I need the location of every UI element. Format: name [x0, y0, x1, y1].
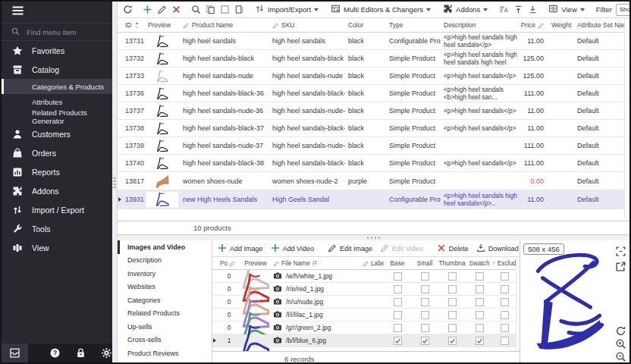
sidebar-item-customers[interactable]: Customers — [2, 124, 112, 143]
column-header-exclude[interactable]: Exclude — [493, 259, 516, 267]
swatch-checkbox[interactable] — [476, 272, 484, 281]
base-checkbox[interactable] — [394, 272, 402, 281]
column-header-weight[interactable]: Weight — [548, 21, 574, 29]
help-icon[interactable]: ? — [49, 347, 61, 359]
column-header-file-name[interactable]: File Name — [273, 259, 363, 267]
open-external-icon[interactable] — [615, 261, 626, 272]
sidebar-item-reports[interactable]: Reports — [2, 162, 112, 181]
column-header-preview[interactable]: Preview — [145, 21, 180, 29]
thumbnail-checkbox[interactable] — [448, 272, 457, 281]
product-row[interactable]: 13736high heel sandals-black-36high heel… — [118, 85, 624, 102]
sidebar-item-favorites[interactable]: Favorites — [2, 41, 112, 60]
small-checkbox[interactable] — [421, 272, 429, 281]
exclude-checkbox[interactable] — [501, 324, 509, 332]
tab-description[interactable]: Description — [118, 254, 212, 268]
fit-screen-icon[interactable] — [615, 246, 626, 257]
sidebar-subitem-attributes[interactable]: Attributes — [2, 94, 112, 109]
small-checkbox[interactable] — [421, 298, 429, 306]
tab-up-sells[interactable]: Up-sells — [118, 320, 212, 334]
sidebar-item-tools[interactable]: Tools — [2, 219, 112, 238]
base-checkbox[interactable] — [394, 324, 402, 332]
column-header-label[interactable]: Label — [363, 259, 384, 267]
sidebar-subitem-categories-products[interactable]: Categories & Products — [2, 79, 112, 94]
base-checkbox[interactable] — [394, 285, 402, 293]
column-header-small[interactable]: Small — [411, 259, 438, 267]
swatch-checkbox[interactable] — [476, 298, 484, 306]
base-checkbox[interactable] — [394, 311, 402, 319]
lock-icon[interactable] — [75, 347, 86, 359]
addons-dropdown[interactable]: Addons — [440, 3, 491, 17]
rotate-icon[interactable] — [615, 325, 626, 337]
product-row[interactable]: 13732high heel sandals-blackhigh heel sa… — [118, 50, 624, 67]
horizontal-splitter[interactable] — [118, 235, 629, 240]
column-header-product-name[interactable]: Product Name — [180, 21, 269, 29]
small-checkbox[interactable] — [421, 324, 429, 332]
swatch-checkbox[interactable] — [476, 337, 484, 345]
sidebar-item-orders[interactable]: Orders — [2, 143, 112, 162]
delete-button[interactable]: Delete — [434, 242, 472, 256]
product-row[interactable]: 13740high heel sandals-black-38high heel… — [118, 155, 624, 172]
product-row[interactable]: 13731high heel sandalshigh heel sandalsb… — [118, 33, 624, 50]
exclude-checkbox[interactable] — [501, 272, 509, 281]
sidebar-subitem-related-products-generator[interactable]: Related Products Generator — [2, 109, 112, 124]
column-header-thumbna[interactable]: Thumbna — [438, 259, 466, 267]
swatch-checkbox[interactable] — [476, 285, 484, 293]
sidebar-item-import-export[interactable]: Import / Export — [2, 200, 112, 219]
column-header-swatch[interactable]: Swatch — [466, 259, 493, 267]
vertical-splitter[interactable] — [112, 2, 118, 362]
small-checkbox[interactable] — [421, 311, 429, 319]
column-header-description[interactable]: Description — [441, 21, 518, 29]
thumbnail-checkbox[interactable] — [448, 298, 457, 306]
import-export-dropdown[interactable]: Import/Export — [252, 3, 322, 17]
tab-categories[interactable]: Categories — [118, 293, 212, 307]
tab-related-products[interactable]: Related Products — [118, 307, 212, 321]
select-checkbox-button[interactable] — [218, 3, 231, 17]
products-scrollbar[interactable] — [624, 18, 629, 219]
exclude-checkbox[interactable] — [501, 298, 509, 306]
product-row[interactable]: 13738high heel sandals-black-37high heel… — [118, 120, 624, 137]
edit-image-button[interactable]: Edit Image — [325, 242, 375, 256]
copy-button[interactable] — [203, 3, 217, 17]
small-checkbox[interactable] — [421, 337, 429, 345]
add-product-button[interactable] — [140, 3, 154, 17]
zoom-out-icon[interactable] — [615, 351, 626, 362]
paste-special-button[interactable] — [232, 3, 246, 17]
thumbnail-checkbox[interactable] — [448, 311, 457, 319]
exclude-checkbox[interactable] — [501, 285, 509, 293]
filter-select[interactable]: Show products from selected categories — [616, 4, 629, 16]
column-header-color[interactable]: Color — [345, 21, 386, 29]
edit-product-button[interactable] — [155, 3, 168, 17]
exclude-checkbox[interactable] — [501, 337, 509, 345]
autosize-columns-button[interactable]: A — [497, 3, 510, 17]
collapse-all-button[interactable] — [526, 3, 539, 17]
refresh-button[interactable] — [121, 3, 134, 17]
sidebar-item-catalog[interactable]: Catalog — [2, 60, 112, 79]
thumbnail-checkbox[interactable] — [448, 324, 457, 332]
view-dropdown[interactable]: View — [545, 3, 587, 17]
product-row[interactable]: 13739high heel sandals-nude-37high heel … — [118, 137, 624, 155]
exclude-checkbox[interactable] — [501, 311, 509, 319]
thumbnail-checkbox[interactable] — [448, 337, 457, 345]
column-header-base[interactable]: Base — [384, 259, 411, 267]
tab-product-reviews[interactable]: Product Reviews — [118, 347, 212, 360]
add-image-button[interactable]: Add Image — [215, 242, 266, 256]
product-row[interactable]: 13817women shoes-nudewomen shoes-nude-2p… — [118, 172, 624, 190]
product-row[interactable]: 13931new High Heels SandalsHigh Geels Sa… — [118, 190, 624, 209]
product-row[interactable]: 13733high heel sandals-nudehigh heel san… — [118, 67, 624, 85]
product-row[interactable]: 13737high heel sandals-nude-36high heel … — [118, 102, 624, 120]
column-header-price[interactable]: Price — [518, 21, 548, 29]
sidebar-bottom-active-tile[interactable] — [2, 344, 28, 362]
small-checkbox[interactable] — [421, 285, 429, 293]
add-video-button[interactable]: Add Video — [268, 242, 317, 256]
multi-editors-dropdown[interactable]: Multi Editors & Changers — [328, 3, 434, 17]
gear-icon[interactable] — [101, 347, 112, 359]
base-checkbox[interactable] — [394, 298, 402, 306]
tab-images-and-video[interactable]: Images and Video — [118, 240, 212, 254]
thumbnail-checkbox[interactable] — [448, 285, 457, 293]
tab-cross-sells[interactable]: Cross-sells — [118, 334, 212, 347]
menu-toggle-button[interactable] — [2, 2, 112, 23]
column-header-sku[interactable]: SKU — [269, 21, 345, 29]
base-checkbox[interactable] — [394, 337, 402, 345]
column-header-po[interactable]: Po — [220, 259, 238, 267]
zoom-in-icon[interactable] — [615, 338, 626, 350]
